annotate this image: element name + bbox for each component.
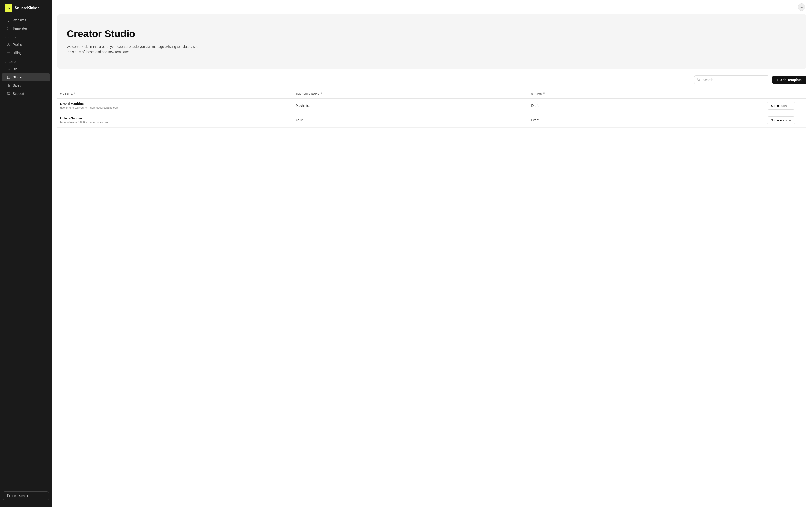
cell-action: Submission → xyxy=(764,102,806,110)
sort-icon: ⇅ xyxy=(543,92,545,95)
sidebar-item-websites[interactable]: Websites xyxy=(2,16,50,24)
creator-section: CREATOR Bio Studio Sales Support xyxy=(0,57,52,98)
sidebar-item-label: Billing xyxy=(13,51,21,55)
svg-point-7 xyxy=(8,43,9,44)
svg-point-11 xyxy=(8,68,8,69)
help-center-button[interactable]: Help Center xyxy=(3,491,49,500)
hero-section: Creator Studio Welcome Nick, in this are… xyxy=(57,14,806,69)
arrow-right-icon: → xyxy=(788,119,791,122)
cell-website: Urban Groove tarantula-okra-58p6.squares… xyxy=(57,116,293,124)
monitor-icon xyxy=(7,18,10,22)
id-card-icon xyxy=(7,67,10,71)
svg-point-21 xyxy=(697,78,700,80)
header-template-name: TEMPLATE NAME ⇅ xyxy=(293,91,529,97)
sidebar-item-support[interactable]: Support xyxy=(2,90,50,98)
grid-icon xyxy=(7,26,10,30)
submission-label: Submission xyxy=(771,104,786,108)
main-content: Creator Studio Welcome Nick, in this are… xyxy=(52,0,812,507)
svg-rect-3 xyxy=(7,27,8,28)
website-name: Brand Machine xyxy=(60,102,290,106)
submission-label: Submission xyxy=(771,119,786,122)
svg-rect-5 xyxy=(7,29,8,30)
sidebar-item-label: Support xyxy=(13,92,24,96)
cell-template-name: Felix xyxy=(293,118,529,122)
website-url: tarantula-okra-58p6.squarespace.com xyxy=(60,121,290,124)
table-row: Urban Groove tarantula-okra-58p6.squares… xyxy=(57,113,806,128)
sidebar-item-label: Profile xyxy=(13,43,22,47)
arrow-right-icon: → xyxy=(788,104,791,108)
svg-point-20 xyxy=(801,6,802,7)
sidebar-footer: Help Center xyxy=(0,489,52,503)
creator-section-label: CREATOR xyxy=(0,57,52,65)
nav-section: Websites Templates xyxy=(0,16,52,33)
logo-text: SquareKicker xyxy=(14,6,39,10)
sidebar-item-sales[interactable]: Sales xyxy=(2,81,50,90)
table-header: WEBSITE ⇅ TEMPLATE NAME ⇅ STATUS ⇅ xyxy=(57,89,806,99)
sidebar-logo[interactable]: sk SquareKicker xyxy=(0,0,52,16)
sidebar-item-profile[interactable]: Profile xyxy=(2,41,50,49)
sidebar-item-billing[interactable]: Billing xyxy=(2,49,50,57)
website-url: dachshund-wolverine-mn8m.squarespace.com xyxy=(60,106,290,109)
sidebar-item-templates[interactable]: Templates xyxy=(2,24,50,33)
user-icon xyxy=(7,43,10,47)
plus-icon: + xyxy=(777,78,779,82)
svg-rect-4 xyxy=(9,27,10,28)
layout-icon xyxy=(7,75,10,79)
sidebar-item-label: Websites xyxy=(13,18,26,22)
sidebar-item-studio[interactable]: Studio xyxy=(2,73,50,81)
cell-status: Draft xyxy=(528,104,764,108)
svg-rect-8 xyxy=(7,52,10,54)
sidebar-item-label: Studio xyxy=(13,75,22,79)
topbar xyxy=(52,0,812,14)
submission-button[interactable]: Submission → xyxy=(767,116,795,124)
sidebar-item-label: Templates xyxy=(13,26,28,30)
svg-rect-0 xyxy=(7,19,10,21)
header-status: STATUS ⇅ xyxy=(528,91,764,97)
website-name: Urban Groove xyxy=(60,116,290,120)
cell-template-name: Machinist xyxy=(293,104,529,108)
file-icon xyxy=(7,494,10,498)
cell-website: Brand Machine dachshund-wolverine-mn8m.s… xyxy=(57,102,293,109)
help-center-label: Help Center xyxy=(12,494,28,498)
sort-icon: ⇅ xyxy=(320,92,322,95)
table-row: Brand Machine dachshund-wolverine-mn8m.s… xyxy=(57,99,806,113)
sidebar-item-label: Bio xyxy=(13,67,17,71)
content-area: + Add Template WEBSITE ⇅ TEMPLATE NAME ⇅… xyxy=(52,69,812,134)
sort-icon: ⇅ xyxy=(74,92,76,95)
add-template-button[interactable]: + Add Template xyxy=(772,75,806,84)
credit-card-icon xyxy=(7,51,10,55)
cell-action: Submission → xyxy=(764,116,806,124)
cell-status: Draft xyxy=(528,118,764,122)
search-icon xyxy=(697,78,700,82)
bar-chart-icon xyxy=(7,83,10,87)
svg-rect-6 xyxy=(9,29,10,30)
svg-line-22 xyxy=(699,80,700,81)
submission-button[interactable]: Submission → xyxy=(767,102,795,110)
sidebar-item-bio[interactable]: Bio xyxy=(2,65,50,73)
page-title: Creator Studio xyxy=(67,28,797,40)
message-circle-icon xyxy=(7,92,10,96)
toolbar: + Add Template xyxy=(57,75,806,84)
templates-table: WEBSITE ⇅ TEMPLATE NAME ⇅ STATUS ⇅ Brand… xyxy=(57,89,806,128)
sidebar: sk SquareKicker Websites Templates ACCOU… xyxy=(0,0,52,507)
account-section-label: ACCOUNT xyxy=(0,33,52,40)
logo-icon: sk xyxy=(5,4,12,12)
user-avatar-button[interactable] xyxy=(798,3,805,11)
header-action xyxy=(764,91,806,97)
account-section: ACCOUNT Profile Billing xyxy=(0,33,52,57)
sidebar-item-label: Sales xyxy=(13,83,21,87)
search-wrapper xyxy=(694,75,769,84)
header-website: WEBSITE ⇅ xyxy=(57,91,293,97)
add-template-label: Add Template xyxy=(780,78,802,82)
svg-rect-14 xyxy=(7,76,10,78)
search-input[interactable] xyxy=(694,75,769,84)
hero-description: Welcome Nick, in this area of your Creat… xyxy=(67,44,203,55)
